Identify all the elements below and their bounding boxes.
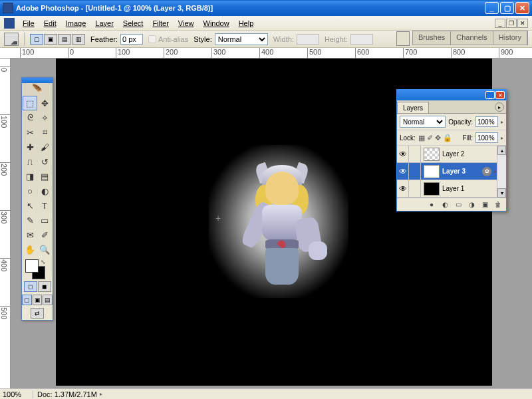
scroll-up-icon[interactable]: ▴: [497, 146, 506, 155]
quickmask-mode-icon[interactable]: ◼: [38, 281, 51, 292]
type-tool-icon[interactable]: T: [37, 198, 52, 213]
crop-tool-icon[interactable]: ✂: [23, 125, 37, 140]
style-select[interactable]: Normal: [215, 33, 268, 45]
menu-layer[interactable]: Layer: [91, 18, 118, 29]
doc-close-button[interactable]: ✕: [517, 19, 528, 28]
menu-edit[interactable]: Edit: [40, 18, 61, 29]
feather-input[interactable]: [120, 34, 143, 45]
notes-tool-icon[interactable]: ✉: [23, 227, 37, 242]
toolbox-drag-handle[interactable]: [22, 78, 53, 83]
layer-row[interactable]: 👁 Layer 2: [397, 146, 497, 163]
scroll-track[interactable]: [497, 155, 506, 188]
swap-colors-icon[interactable]: ⤡: [41, 259, 46, 265]
fill-input[interactable]: [475, 132, 498, 143]
layer-link-cell[interactable]: [409, 146, 421, 163]
screen-fullmenu-icon[interactable]: ▣: [33, 295, 43, 305]
zoom-field[interactable]: 100%: [0, 390, 33, 398]
layer-row[interactable]: 👁 Layer 3 ✿ ▸: [397, 163, 497, 180]
selection-new-icon[interactable]: ▢: [30, 34, 43, 45]
eyedropper-tool-icon[interactable]: ✐: [37, 227, 52, 242]
maximize-button[interactable]: ▢: [500, 2, 514, 14]
well-tab-history[interactable]: History: [493, 31, 527, 45]
visibility-eye-icon[interactable]: 👁: [397, 146, 409, 163]
opacity-slider-icon[interactable]: ▸: [501, 119, 503, 125]
menu-image[interactable]: Image: [62, 18, 90, 29]
layer-name[interactable]: Layer 1: [442, 185, 497, 192]
ruler-vertical[interactable]: 0 100 200 300 400 500: [0, 59, 11, 388]
gradient-tool-icon[interactable]: ▤: [37, 169, 52, 184]
menu-view[interactable]: View: [174, 18, 198, 29]
layer-thumbnail[interactable]: [424, 148, 440, 161]
layers-panel-titlebar[interactable]: _ ✕: [397, 90, 506, 100]
dodge-tool-icon[interactable]: ◐: [37, 184, 52, 198]
close-button[interactable]: ✕: [515, 2, 529, 14]
layers-scrollbar[interactable]: ▴ ▾: [497, 146, 506, 198]
menu-help[interactable]: Help: [235, 18, 258, 29]
menu-filter[interactable]: Filter: [148, 18, 172, 29]
scroll-down-icon[interactable]: ▾: [497, 188, 506, 198]
jump-to-imageready-icon[interactable]: ⇄: [31, 308, 44, 319]
menu-file[interactable]: File: [19, 18, 39, 29]
visibility-eye-icon[interactable]: 👁: [397, 163, 409, 180]
layers-tab[interactable]: Layers: [397, 102, 429, 113]
menu-select[interactable]: Select: [119, 18, 148, 29]
slice-tool-icon[interactable]: ⌗: [37, 125, 52, 140]
selection-subtract-icon[interactable]: ▤: [58, 34, 71, 45]
hand-tool-icon[interactable]: ✋: [23, 242, 37, 257]
heal-tool-icon[interactable]: ✚: [23, 140, 37, 154]
screen-standard-icon[interactable]: ▢: [22, 295, 32, 305]
minimize-button[interactable]: _: [485, 2, 499, 14]
panel-close-button[interactable]: ✕: [495, 91, 505, 99]
layer-thumbnail[interactable]: [424, 165, 440, 178]
brush-tool-icon[interactable]: 🖌: [37, 140, 52, 154]
lock-all-icon[interactable]: 🔒: [443, 134, 452, 142]
file-browser-button[interactable]: [396, 31, 410, 46]
layer-style-icon[interactable]: ●: [426, 200, 437, 209]
lasso-tool-icon[interactable]: ᘓ: [23, 110, 37, 125]
layer-thumbnail[interactable]: [424, 182, 440, 196]
standard-mode-icon[interactable]: ◻: [24, 281, 37, 292]
marquee-tool-icon[interactable]: ⬚: [23, 96, 37, 110]
lock-position-icon[interactable]: ✥: [435, 134, 441, 142]
new-layer-icon[interactable]: ▣: [479, 200, 490, 209]
toolbox-panel[interactable]: 🪶 ⬚ ✥ ᘓ ✧ ✂ ⌗ ✚ 🖌 ⎍ ↺ ◨ ▤ ○ ◐ ↖ T ✎ ▭ ✉ …: [21, 77, 53, 321]
pen-tool-icon[interactable]: ✎: [23, 213, 37, 227]
blend-mode-select[interactable]: Normal: [400, 116, 446, 128]
menu-window[interactable]: Window: [200, 18, 233, 29]
shape-tool-icon[interactable]: ▭: [37, 213, 52, 227]
wand-tool-icon[interactable]: ✧: [37, 110, 52, 125]
layer-row[interactable]: 👁 Layer 1: [397, 180, 497, 198]
screen-full-icon[interactable]: ▤: [43, 295, 53, 305]
layer-name[interactable]: Layer 3: [442, 168, 482, 175]
well-tab-brushes[interactable]: Brushes: [413, 31, 451, 45]
panel-minimize-button[interactable]: _: [485, 91, 495, 99]
panel-menu-icon[interactable]: ▸: [495, 102, 504, 112]
fill-slider-icon[interactable]: ▸: [501, 135, 503, 141]
layer-mask-icon[interactable]: ◐: [440, 200, 450, 209]
selection-intersect-icon[interactable]: ▥: [72, 34, 85, 45]
doc-minimize-button[interactable]: _: [495, 19, 505, 28]
eraser-tool-icon[interactable]: ◨: [23, 169, 37, 184]
layers-panel[interactable]: _ ✕ Layers ▸ Normal Opacity: ▸ Lock: ▦ ✐…: [396, 89, 507, 211]
history-brush-tool-icon[interactable]: ↺: [37, 154, 52, 169]
blur-tool-icon[interactable]: ○: [23, 184, 37, 198]
move-tool-icon[interactable]: ✥: [37, 96, 52, 110]
tool-preset-picker[interactable]: [4, 33, 19, 46]
well-tab-channels[interactable]: Channels: [451, 31, 493, 45]
adjustment-layer-icon[interactable]: ◑: [466, 200, 477, 209]
layer-link-cell[interactable]: [409, 163, 421, 180]
selection-add-icon[interactable]: ▣: [44, 34, 57, 45]
foreground-color-swatch[interactable]: [25, 259, 39, 273]
visibility-eye-icon[interactable]: 👁: [397, 180, 409, 198]
stamp-tool-icon[interactable]: ⎍: [23, 154, 37, 169]
ps-icon[interactable]: [4, 18, 15, 29]
lock-pixels-icon[interactable]: ✐: [427, 134, 433, 142]
layer-effects-icon[interactable]: ✿: [482, 167, 491, 176]
zoom-tool-icon[interactable]: 🔍: [37, 242, 52, 257]
layer-link-cell[interactable]: [409, 180, 421, 198]
status-menu-icon[interactable]: ▸: [100, 391, 102, 397]
delete-layer-icon[interactable]: 🗑: [493, 200, 503, 209]
layer-name[interactable]: Layer 2: [442, 150, 497, 158]
ruler-horizontal[interactable]: 100 0 100 200 300 400 500 600 700 800 90…: [0, 48, 532, 59]
new-set-icon[interactable]: ▭: [453, 200, 464, 209]
